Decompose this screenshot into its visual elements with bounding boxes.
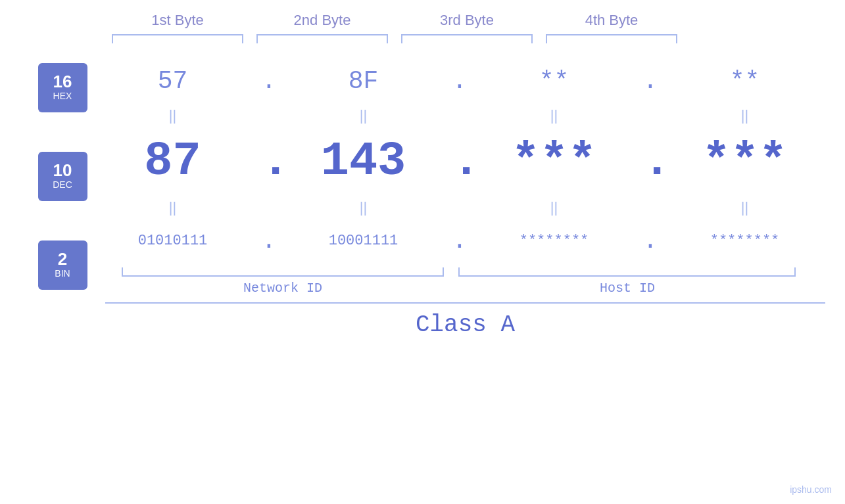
- eq8: ||: [673, 199, 817, 216]
- dec-byte4: ***: [673, 135, 817, 189]
- page-container: 1st Byte 2nd Byte 3rd Byte 4th Byte 16 H…: [0, 0, 845, 504]
- hex-dot2: .: [452, 67, 466, 95]
- hex-dot1: .: [262, 67, 275, 95]
- network-bracket: [122, 267, 445, 277]
- dec-dot1: .: [262, 135, 275, 189]
- eq6: ||: [291, 199, 436, 216]
- class-line: [105, 302, 825, 304]
- hex-dot3: .: [643, 67, 656, 95]
- hex-byte1: 57: [101, 67, 245, 95]
- bin-dot1: .: [262, 227, 275, 255]
- bin-badge: 2 BIN: [38, 241, 87, 290]
- eq3: ||: [482, 107, 627, 124]
- dec-row: 87 . 143 . *** . ***: [92, 126, 825, 198]
- host-id-label: Host ID: [458, 281, 796, 296]
- equals-row-2: || || || ||: [92, 198, 825, 218]
- dec-byte1: 87: [101, 135, 245, 189]
- eq2: ||: [291, 107, 436, 124]
- bin-row: 01010111 . 10001111 . ******** . *******…: [92, 218, 825, 263]
- bin-dot3: .: [643, 227, 656, 255]
- class-section: Class A: [105, 302, 825, 338]
- top-bracket-1: [112, 34, 243, 43]
- dec-dot2: .: [452, 135, 466, 189]
- hex-byte3: **: [482, 67, 627, 95]
- hex-byte4: **: [673, 67, 817, 95]
- bin-byte3: ********: [482, 233, 627, 249]
- top-bracket-2: [256, 34, 388, 43]
- class-label: Class A: [105, 311, 825, 338]
- byte-header-4: 4th Byte: [539, 12, 684, 29]
- dec-byte2: 143: [291, 135, 436, 189]
- byte-header-2: 2nd Byte: [250, 12, 395, 29]
- watermark: ipshu.com: [790, 484, 832, 495]
- byte-header-3: 3rd Byte: [395, 12, 539, 29]
- dec-byte3: ***: [482, 135, 627, 189]
- bin-byte2: 10001111: [291, 233, 436, 249]
- equals-row-1: || || || ||: [92, 106, 825, 126]
- dec-dot3: .: [643, 135, 656, 189]
- network-id-label: Network ID: [122, 281, 445, 296]
- hex-byte2: 8F: [291, 67, 436, 95]
- eq4: ||: [673, 107, 817, 124]
- byte-header-1: 1st Byte: [105, 12, 250, 29]
- host-bracket: [458, 267, 796, 277]
- hex-row: 57 . 8F . ** . **: [92, 57, 825, 106]
- bottom-brackets: [92, 267, 825, 277]
- bin-byte1: 01010111: [101, 233, 245, 249]
- bin-dot2: .: [452, 227, 466, 255]
- eq1: ||: [101, 107, 245, 124]
- bin-byte4: ********: [673, 233, 817, 249]
- id-labels: Network ID Host ID: [92, 281, 825, 296]
- hex-badge: 16 HEX: [38, 63, 87, 112]
- top-bracket-4: [546, 34, 677, 43]
- dec-badge: 10 DEC: [38, 152, 87, 201]
- top-bracket-3: [401, 34, 533, 43]
- eq5: ||: [101, 199, 245, 216]
- eq7: ||: [482, 199, 627, 216]
